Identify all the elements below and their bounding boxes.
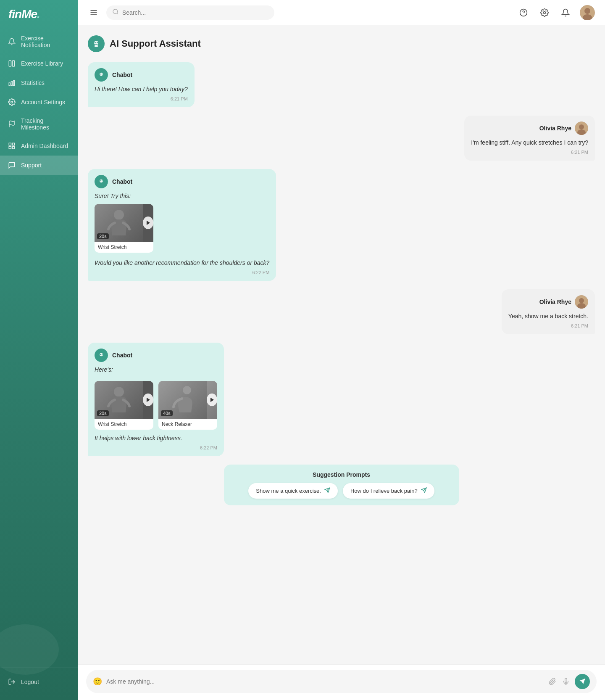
sidebar-item-support[interactable]: Support <box>0 156 78 175</box>
svg-point-26 <box>97 42 98 43</box>
svg-point-47 <box>183 386 191 394</box>
message-text: Yeah, show me a back stretch. <box>508 312 588 321</box>
logo-text: finMe <box>8 8 37 21</box>
svg-point-37 <box>114 210 124 220</box>
logo-dot: . <box>37 8 40 21</box>
svg-point-15 <box>113 9 118 14</box>
microphone-button[interactable] <box>561 677 571 686</box>
sidebar-item-admin-dashboard[interactable]: Admin Dashboard <box>0 136 78 156</box>
sidebar-item-statistics[interactable]: Statistics <box>0 73 78 92</box>
bell-icon <box>8 37 16 46</box>
user-avatar-small <box>575 122 588 135</box>
sidebar: finMe. Exercise Notification Exercise Li… <box>0 0 78 700</box>
chat-area: AI Support Assistant Chabot Hi there! <box>78 25 605 664</box>
page-title-text: AI Support Assistant <box>110 38 201 49</box>
sidebar-item-label: Admin Dashboard <box>21 143 68 149</box>
video-thumbnail: 20s <box>95 204 153 242</box>
input-inner: 🙂 <box>86 670 597 693</box>
bot-message-3: Chabot Here's: <box>88 343 595 456</box>
chat-icon <box>8 161 16 169</box>
search-bar[interactable] <box>106 5 274 20</box>
input-bar: 🙂 <box>78 664 605 700</box>
user-bubble-2: Olivia Rhye Yeah, show me a back stretch… <box>502 289 595 334</box>
svg-point-32 <box>579 124 584 129</box>
bot-message-2: Chabot Sure! Try this: <box>88 169 595 281</box>
svg-rect-24 <box>95 45 98 47</box>
svg-rect-9 <box>9 147 11 149</box>
message-text: It helps with lower back tightness. <box>95 434 217 443</box>
help-button[interactable] <box>517 6 530 19</box>
msg-header: Chabot <box>95 68 188 82</box>
svg-point-45 <box>114 387 124 397</box>
sidebar-item-account-settings[interactable]: Account Settings <box>0 92 78 112</box>
suggestion-label-2: How do I relieve back pain? <box>350 488 418 494</box>
ai-avatar <box>88 35 105 52</box>
duration-badge: 20s <box>97 233 109 239</box>
app-logo: finMe. <box>8 8 40 21</box>
msg-header: Chabot <box>95 175 269 188</box>
sidebar-bottom: Logout <box>0 668 78 700</box>
chat-input[interactable] <box>106 678 544 685</box>
sidebar-item-label: Account Settings <box>21 99 65 106</box>
main-area: AI Support Assistant Chabot Hi there! <box>78 0 605 700</box>
bot-bubble-1: Chabot Hi there! How can I help you toda… <box>88 62 195 107</box>
search-input[interactable] <box>122 9 268 16</box>
sidebar-item-tracking-milestones[interactable]: Tracking Milestones <box>0 112 78 136</box>
book-icon <box>8 59 16 68</box>
svg-rect-27 <box>95 44 97 45</box>
bar-chart-icon <box>8 79 16 87</box>
user-msg-header: Olivia Rhye <box>471 122 588 135</box>
send-button[interactable] <box>575 674 590 689</box>
video-label: Wrist Stretch <box>95 419 153 430</box>
svg-rect-2 <box>9 83 10 86</box>
sidebar-nav: Exercise Notification Exercise Library S… <box>0 29 78 668</box>
video-card-neck[interactable]: 40s Neck Relaxer <box>158 381 217 430</box>
svg-point-44 <box>102 354 103 355</box>
duration-badge: 40s <box>161 410 173 416</box>
bot-avatar-small <box>95 349 108 362</box>
suggestion-btn-1[interactable]: Show me a quick exercise. <box>248 483 338 499</box>
suggestion-label-1: Show me a quick exercise. <box>256 488 321 494</box>
sidebar-item-exercise-notification[interactable]: Exercise Notification <box>0 29 78 54</box>
svg-point-19 <box>544 11 546 13</box>
msg-header: Chabot <box>95 349 217 362</box>
sidebar-item-label: Statistics <box>21 79 45 86</box>
svg-marker-46 <box>147 398 150 402</box>
logout-icon <box>8 678 16 686</box>
suggestions-title: Suggestion Prompts <box>232 471 451 478</box>
bot-avatar-small <box>95 68 108 82</box>
video-card-wrist2[interactable]: 20s Wrist Stretch <box>95 381 153 430</box>
svg-point-25 <box>95 42 96 43</box>
svg-rect-0 <box>9 61 11 66</box>
sidebar-item-label: Tracking Milestones <box>21 117 70 131</box>
sidebar-item-label: Exercise Notification <box>21 35 70 48</box>
play-button[interactable] <box>143 217 153 229</box>
user-msg-header: Olivia Rhye <box>508 295 588 309</box>
svg-marker-56 <box>579 679 585 684</box>
attachment-button[interactable] <box>548 677 557 686</box>
svg-point-36 <box>102 180 103 181</box>
sidebar-item-exercise-library[interactable]: Exercise Library <box>0 54 78 73</box>
svg-rect-4 <box>13 80 15 86</box>
logout-button[interactable]: Logout <box>0 672 78 692</box>
menu-button[interactable] <box>88 7 100 18</box>
message-time: 6:22 PM <box>95 445 217 450</box>
send-icon-2 <box>421 487 427 494</box>
user-avatar <box>580 5 595 20</box>
play-button[interactable] <box>143 394 153 406</box>
video-card-wrist[interactable]: 20s Wrist Stretch <box>95 204 153 253</box>
svg-point-21 <box>584 8 590 14</box>
suggestion-btn-2[interactable]: How do I relieve back pain? <box>343 483 434 499</box>
svg-point-30 <box>102 74 103 74</box>
message-text: Would you like another recommendation fo… <box>95 259 269 267</box>
settings-button[interactable] <box>538 6 551 19</box>
play-button[interactable] <box>207 394 217 406</box>
sidebar-item-label: Exercise Library <box>21 60 63 67</box>
notifications-button[interactable] <box>559 6 572 19</box>
sender-name: Chabot <box>112 352 132 359</box>
message-time: 6:21 PM <box>508 323 588 328</box>
sender-name: Chabot <box>112 178 132 185</box>
logout-label: Logout <box>21 679 39 685</box>
video-thumbnail: 20s <box>95 381 153 419</box>
user-message-1: Olivia Rhye I'm feeling stiff. Any quick… <box>88 116 595 161</box>
